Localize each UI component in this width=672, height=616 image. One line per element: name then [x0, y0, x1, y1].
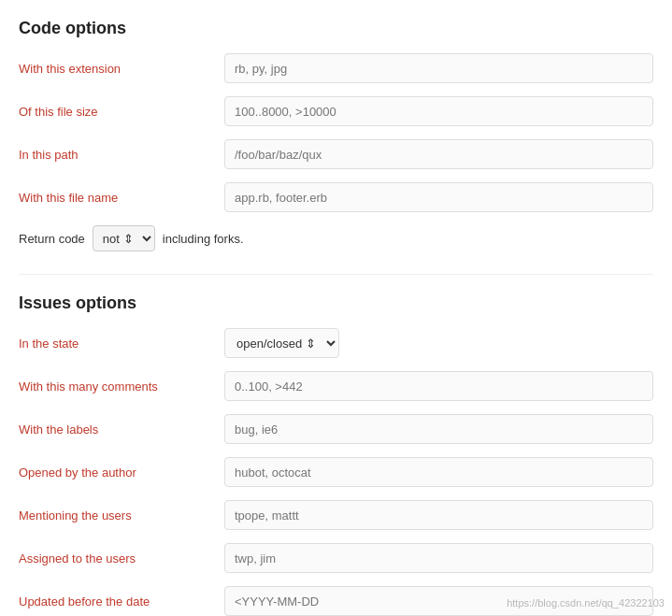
path-label: In this path [19, 148, 224, 162]
author-row: Opened by the author [19, 457, 653, 487]
mentioning-row: Mentioning the users [19, 500, 653, 530]
return-code-label: Return code [19, 232, 85, 246]
state-row: In the state open/closed ⇕ open closed [19, 328, 653, 358]
mentioning-input[interactable] [224, 500, 653, 530]
assigned-input[interactable] [224, 543, 653, 573]
mentioning-label: Mentioning the users [19, 509, 224, 523]
code-options-title: Code options [19, 19, 653, 38]
issues-options-title: Issues options [19, 294, 653, 313]
return-code-select[interactable]: not ⇕ only [93, 225, 155, 251]
extension-label: With this extension [19, 62, 224, 76]
assigned-label: Assigned to the users [19, 552, 224, 566]
labels-row: With the labels [19, 414, 653, 444]
code-options-section: Code options With this extension Of this… [19, 19, 653, 251]
author-input[interactable] [224, 457, 653, 487]
file-name-input[interactable] [224, 182, 653, 212]
file-size-label: Of this file size [19, 105, 224, 119]
extension-input[interactable] [224, 53, 653, 83]
file-size-row: Of this file size [19, 96, 653, 126]
comments-label: With this many comments [19, 380, 224, 394]
issues-options-section: Issues options In the state open/closed … [19, 294, 653, 616]
file-name-row: With this file name [19, 182, 653, 212]
author-label: Opened by the author [19, 466, 224, 480]
comments-input[interactable] [224, 371, 653, 401]
state-select[interactable]: open/closed ⇕ open closed [224, 328, 339, 358]
path-input[interactable] [224, 139, 653, 169]
state-label: In the state [19, 337, 224, 351]
assigned-row: Assigned to the users [19, 543, 653, 573]
comments-row: With this many comments [19, 371, 653, 401]
labels-input[interactable] [224, 414, 653, 444]
file-name-label: With this file name [19, 191, 224, 205]
file-size-input[interactable] [224, 96, 653, 126]
section-divider [19, 274, 653, 275]
return-code-row: Return code not ⇕ only including forks. [19, 225, 653, 251]
path-row: In this path [19, 139, 653, 169]
labels-label: With the labels [19, 423, 224, 437]
extension-row: With this extension [19, 53, 653, 83]
updated-date-label: Updated before the date [19, 595, 224, 609]
return-code-suffix: including forks. [163, 232, 244, 246]
watermark: https://blog.csdn.net/qq_42322103 [507, 597, 665, 609]
